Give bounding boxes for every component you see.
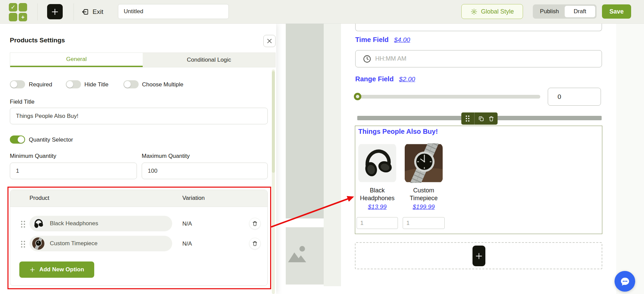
- check-glyph: ✓: [11, 4, 15, 11]
- draft-label: Draft: [574, 8, 586, 15]
- tab-conditional-logic[interactable]: Conditional Logic: [143, 53, 275, 67]
- quantity-selector-label: Quantity Selector: [29, 136, 73, 143]
- trash-icon[interactable]: [488, 115, 495, 122]
- product-name: Custom Timepiece: [400, 187, 448, 202]
- field-title-label: Field Title: [10, 99, 35, 105]
- trash-icon: [252, 220, 258, 227]
- delete-row-button[interactable]: [249, 238, 261, 249]
- variation-value: N/A: [182, 220, 192, 227]
- image-placeholder-icon: [287, 245, 308, 263]
- canvas-right-margin: [616, 24, 644, 294]
- drag-handle-icon[interactable]: [461, 112, 474, 125]
- maximum-quantity-input[interactable]: [142, 163, 268, 179]
- product-price: $13.99: [353, 204, 401, 211]
- table-row-product[interactable]: Custom Timepiece: [29, 236, 172, 251]
- publish-option[interactable]: Publish: [534, 6, 565, 17]
- row-drag-handle-icon[interactable]: [21, 241, 25, 248]
- delete-row-button[interactable]: [249, 218, 261, 229]
- product-image-headphones[interactable]: [358, 143, 396, 183]
- global-style-label: Global Style: [481, 8, 514, 15]
- app-logo-icon[interactable]: ✓ +: [9, 3, 28, 21]
- quantity-selector-toggle[interactable]: [10, 135, 25, 144]
- row-drag-handle-icon[interactable]: [21, 221, 25, 228]
- field-title-input[interactable]: [10, 108, 268, 124]
- plus-icon: [29, 267, 35, 273]
- hide-title-label: Hide Title: [84, 81, 108, 88]
- tab-conditional-logic-label: Conditional Logic: [187, 57, 231, 63]
- minimum-quantity-input[interactable]: [10, 163, 137, 179]
- add-new-option-button[interactable]: Add New Option: [19, 261, 94, 278]
- logo-plus-square: +: [19, 13, 27, 21]
- hide-title-toggle[interactable]: [66, 80, 81, 88]
- publish-draft-switch: Publish Draft: [533, 4, 597, 19]
- background-placeholder-block: [286, 227, 324, 285]
- toolbar-actions: [475, 112, 498, 125]
- previous-field-input-partial[interactable]: [355, 24, 602, 31]
- product-name: Black Headphones: [353, 187, 401, 202]
- product-quantity-input[interactable]: [357, 217, 398, 229]
- save-button[interactable]: Save: [602, 4, 631, 19]
- product-image-watch[interactable]: [405, 143, 443, 183]
- choose-multiple-label: Choose Multiple: [142, 81, 183, 88]
- field-toolbar: [461, 112, 498, 125]
- table-row-product[interactable]: Black Headphones: [29, 216, 172, 231]
- maximum-quantity-label: Maximum Quantity: [142, 153, 190, 160]
- product-name: Custom Timepiece: [50, 240, 98, 247]
- close-icon: [267, 38, 272, 44]
- tab-general-label: General: [66, 56, 86, 63]
- plus-glyph: +: [21, 14, 25, 21]
- choose-multiple-toggle[interactable]: [123, 80, 139, 88]
- required-label: Required: [29, 81, 52, 88]
- range-slider-track[interactable]: [356, 95, 540, 99]
- product-thumb-watch: [32, 237, 44, 250]
- panel-title: Products Settings: [10, 37, 65, 44]
- product-quantity-input[interactable]: [403, 217, 445, 229]
- time-field-label: Time Field: [355, 36, 389, 44]
- draft-option[interactable]: Draft: [565, 6, 595, 17]
- product-column-header: Product: [29, 195, 49, 202]
- settings-tabs: General Conditional Logic: [10, 52, 276, 67]
- exit-button[interactable]: Exit: [81, 6, 103, 17]
- add-new-form-button[interactable]: [47, 4, 63, 19]
- save-label: Save: [609, 8, 624, 15]
- minimum-quantity-label: Minimum Quantity: [10, 153, 56, 160]
- required-toggle[interactable]: [10, 80, 25, 88]
- time-field-price: $4.00: [394, 36, 410, 44]
- close-button[interactable]: [263, 35, 276, 47]
- topbar-divider: [37, 3, 38, 20]
- time-field-input[interactable]: [355, 50, 602, 67]
- range-field-label: Range Field: [355, 75, 394, 83]
- range-field-price: $2.00: [399, 76, 415, 83]
- publish-label: Publish: [540, 8, 559, 15]
- time-field-label-row: Time Field $4.00: [355, 36, 410, 44]
- product-name: Black Headphones: [50, 220, 98, 227]
- product-price: $199.99: [400, 204, 448, 211]
- topbar-divider: [74, 3, 74, 20]
- top-bar: ✓ + Exit Global Style Publish: [0, 0, 644, 24]
- product-thumb-headphones: [32, 217, 44, 230]
- form-title-input[interactable]: [118, 4, 229, 19]
- panel-scrollbar-thumb[interactable]: [272, 71, 275, 173]
- range-value-input[interactable]: [548, 88, 601, 106]
- global-style-button[interactable]: Global Style: [461, 4, 523, 19]
- add-field-button[interactable]: [472, 246, 485, 266]
- tab-general[interactable]: General: [10, 53, 143, 67]
- range-slider-thumb[interactable]: [354, 93, 361, 100]
- add-new-option-label: Add New Option: [39, 266, 84, 273]
- background-placeholder-block: [286, 24, 324, 218]
- products-table-header: Product Variation: [10, 190, 267, 207]
- duplicate-icon[interactable]: [478, 115, 484, 122]
- logo-check-square: ✓: [9, 3, 17, 12]
- products-field-title: Things People Also Buy!: [358, 128, 438, 135]
- gear-icon: [470, 8, 478, 15]
- exit-label: Exit: [93, 8, 103, 16]
- logo-plain-square-2: [9, 13, 17, 21]
- variation-column-header: Variation: [182, 195, 205, 202]
- products-table: Product Variation Black Headphones N/A: [10, 190, 268, 286]
- chat-widget-button[interactable]: [615, 271, 635, 292]
- plus-icon: [475, 252, 483, 260]
- chat-bubble-icon: [619, 276, 631, 287]
- range-field-label-row: Range Field $2.00: [355, 75, 415, 83]
- products-settings-panel: Products Settings General Conditional Lo…: [0, 24, 276, 294]
- app-root: ✓ + Exit Global Style Publish: [0, 0, 644, 294]
